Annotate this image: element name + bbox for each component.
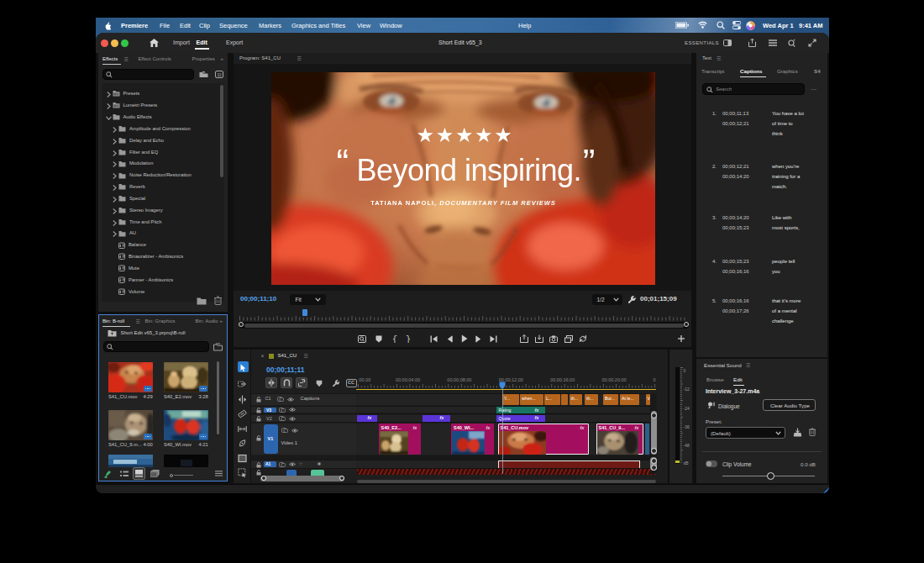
svg-text:{: { xyxy=(392,335,397,344)
svg-text:}: } xyxy=(406,335,411,344)
svg-text:32: 32 xyxy=(217,72,222,77)
